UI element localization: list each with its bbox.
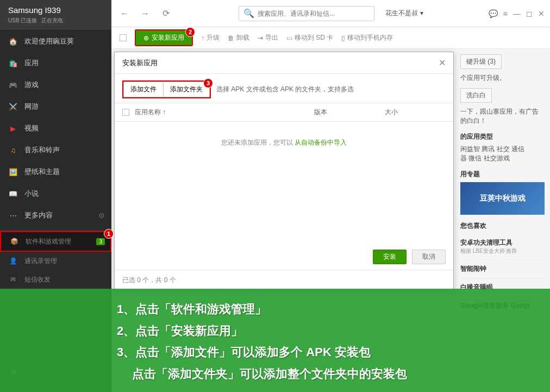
instruction-overlay: 1、点击「软件和游戏管理」 2、点击「安装新应用」 3、点击「添加文件」可以添加…: [0, 289, 550, 392]
search-box[interactable]: 🔍: [239, 6, 374, 21]
nav-wallpaper[interactable]: 🖼️ 壁纸和主题: [0, 161, 111, 183]
nav-label: 音乐和铃声: [24, 145, 60, 155]
recommendation-item[interactable]: 安卓功夫清理工具 根据 LBE安全大师 推荐: [460, 234, 545, 260]
instruction-line: 2、点击「安装新应用」: [117, 320, 550, 342]
nav-label: 通讯录管理: [24, 257, 57, 266]
topbar: ← → ⟳ 🔍 花生不是叔 ▾ 💬 ≡ — ◻ ✕: [111, 0, 550, 27]
maximize-button[interactable]: ◻: [526, 9, 533, 18]
upgrade-button[interactable]: ↑ 升级: [201, 33, 220, 42]
minimize-button[interactable]: —: [513, 9, 521, 18]
col-name[interactable]: 应用名称 ↑: [135, 108, 309, 117]
nav-apps[interactable]: 🛍️ 应用: [0, 52, 111, 74]
dialog-toolbar: 添加文件 添加文件夹 3 选择 APK 文件或包含 APK 的文件夹，支持多选: [115, 74, 453, 103]
wash-button[interactable]: 洗白白: [460, 88, 492, 103]
novel-icon: 📖: [8, 189, 18, 198]
select-all-checkbox[interactable]: [120, 34, 127, 41]
close-button[interactable]: ✕: [538, 9, 545, 18]
button-label: 安装新应用: [152, 33, 184, 42]
select-all-checkbox[interactable]: [122, 109, 129, 116]
step-badge-3: 3: [203, 78, 213, 88]
file-button-group: 添加文件 添加文件夹 3: [122, 80, 211, 98]
selection-count: 已选 0 个，共 0 个: [122, 276, 176, 284]
move-sd-button[interactable]: ▭ 移动到 SD 卡: [286, 33, 333, 42]
step-badge-2: 2: [185, 27, 195, 37]
empty-message: 您还未添加应用，您可以 从自动备份中导入: [115, 122, 453, 164]
nav-label: 小说: [24, 189, 39, 198]
nav-welcome[interactable]: 🏠 欢迎使用豌豆荚: [0, 30, 111, 52]
phone-icon: ▯: [341, 34, 345, 42]
nav-label: 更多内容: [24, 210, 53, 220]
badge: 3: [96, 238, 105, 245]
table-header: 应用名称 ↑ 版本 大小: [115, 103, 453, 122]
nav-label: 壁纸和主题: [24, 167, 60, 177]
cancel-button[interactable]: 取消: [412, 250, 446, 264]
search-input[interactable]: [258, 10, 370, 17]
window-controls: 💬 ≡ — ◻ ✕: [489, 9, 545, 18]
move-phone-button[interactable]: ▯ 移动到手机内存: [341, 33, 393, 42]
dialog-actions: 安装 取消: [373, 250, 446, 264]
app-types-line[interactable]: 闲益智 腾讯 社交 通信: [460, 145, 545, 154]
video-icon: ▶: [8, 123, 18, 133]
one-click-upgrade-button[interactable]: 键升级 (3): [460, 54, 502, 69]
refresh-button[interactable]: ⟳: [158, 6, 173, 21]
recommendation-item[interactable]: 智能闹钟: [460, 260, 545, 278]
sms-icon: ✉: [8, 275, 18, 284]
nav-online-games[interactable]: ⚔️ 网游: [0, 96, 111, 117]
instruction-line: 3、点击「添加文件」可以添加多个 APK 安装包: [117, 341, 550, 363]
back-button[interactable]: ←: [117, 6, 132, 21]
online-games-icon: ⚔️: [8, 102, 18, 111]
device-header[interactable]: Samsung I939 USB 已连接 正在充电: [0, 0, 111, 30]
usb-status: USB 已连接: [8, 17, 37, 24]
rec-title: 安卓功夫清理工具: [460, 238, 545, 247]
music-icon: ♫: [8, 145, 18, 155]
nav-label: 视频: [24, 123, 39, 133]
rec-title: 智能闹钟: [460, 264, 545, 273]
search-icon: 🔍: [243, 8, 254, 18]
nav-novel[interactable]: 📖 小说: [0, 183, 111, 204]
sd-icon: ▭: [286, 34, 292, 42]
nav-more[interactable]: ⋯ 更多内容 ⚙: [0, 204, 111, 226]
export-icon: ⇥: [258, 34, 263, 42]
add-folder-button[interactable]: 添加文件夹: [163, 82, 210, 97]
upgrade-icon: ↑: [201, 34, 204, 42]
forward-button[interactable]: →: [138, 6, 153, 21]
install-button[interactable]: 安装: [373, 250, 407, 264]
dialog-header: 安装新应用 ✕: [115, 52, 453, 74]
uninstall-button[interactable]: 🗑 卸载: [228, 33, 249, 42]
topic-title: 用专题: [460, 170, 545, 179]
wallpaper-icon: 🖼️: [8, 167, 18, 177]
settings-icon[interactable]: ≡: [503, 9, 508, 18]
nav-contacts[interactable]: 👤 通讯录管理: [0, 252, 111, 270]
more-icon: ⋯: [8, 210, 18, 220]
dialog-hint: 选择 APK 文件或包含 APK 的文件夹，支持多选: [216, 85, 354, 94]
contacts-icon: 👤: [8, 256, 18, 266]
nav-sms[interactable]: ✉ 短信收发: [0, 270, 111, 289]
nav-music[interactable]: ♫ 音乐和铃声: [0, 139, 111, 161]
app-types-line[interactable]: 器 微信 社交游戏: [460, 154, 545, 163]
install-new-app-button[interactable]: ⊕ 安装新应用 2: [135, 29, 193, 46]
nav-games[interactable]: 🎮 游戏: [0, 74, 111, 96]
nav-label: 网游: [24, 102, 39, 111]
col-size[interactable]: 大小: [385, 108, 428, 117]
nav-app-management[interactable]: 📦 软件和游戏管理 3 1: [0, 231, 111, 252]
add-file-button[interactable]: 添加文件: [123, 82, 163, 97]
col-version[interactable]: 版本: [314, 108, 379, 117]
promo-banner[interactable]: 豆荚中秋游戏: [460, 182, 545, 215]
dialog-footer: 已选 0 个，共 0 个: [115, 270, 453, 290]
nav-label: 应用: [24, 58, 39, 68]
import-backup-link[interactable]: 从自动备份中导入: [295, 139, 347, 146]
nav-label: 欢迎使用豌豆荚: [24, 36, 74, 46]
package-icon: 📦: [9, 237, 19, 246]
right-panel: 键升级 (3) 个应用可升级。 洗白白 一下，跟山寨应用，有广告的白白！ 的应用…: [455, 49, 550, 321]
user-menu[interactable]: 花生不是叔 ▾: [385, 9, 423, 18]
dialog-title: 安装新应用: [122, 58, 158, 68]
wash-hint: 一下，跟山寨应用，有广告的白白！: [460, 107, 545, 126]
dialog-close-button[interactable]: ✕: [439, 58, 446, 68]
charge-status: 正在充电: [41, 17, 63, 24]
home-icon: 🏠: [8, 36, 18, 46]
comment-icon[interactable]: 💬: [489, 9, 498, 18]
device-status: USB 已连接 正在充电: [8, 17, 103, 24]
nav-video[interactable]: ▶ 视频: [0, 117, 111, 139]
export-button[interactable]: ⇥ 导出: [258, 33, 278, 42]
gear-icon[interactable]: ⚙: [98, 211, 105, 220]
